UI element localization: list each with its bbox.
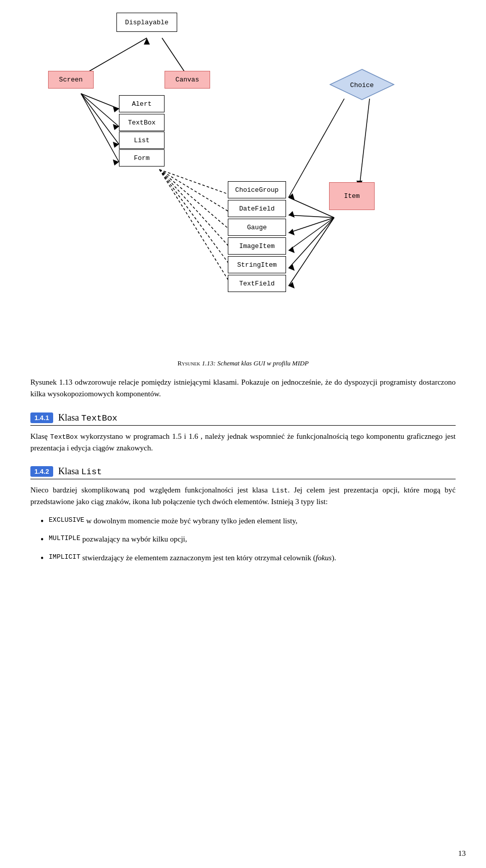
node-textbox: TextBox	[119, 114, 165, 131]
svg-line-23	[289, 218, 334, 251]
svg-line-1	[162, 38, 187, 76]
section-142-para: Nieco bardziej skomplikowaną pod względe…	[30, 484, 456, 508]
node-choicegroup: ChoiceGroup	[228, 181, 286, 198]
svg-line-27	[289, 218, 334, 286]
svg-marker-26	[289, 264, 295, 271]
list-item-exclusive: EXCLUSIVE w dowolnym momencie może być w…	[40, 515, 456, 529]
page-number: 13	[458, 849, 466, 858]
node-stringitem: StringItem	[228, 256, 286, 273]
svg-line-0	[81, 38, 147, 76]
svg-line-17	[289, 197, 334, 218]
section-141-header: 1.4.1 Klasa TextBox	[30, 412, 456, 426]
svg-line-16	[159, 170, 230, 283]
svg-line-25	[289, 218, 334, 268]
section-142-title: Klasa List	[58, 466, 102, 477]
node-canvas: Canvas	[165, 71, 210, 89]
svg-line-13	[159, 170, 230, 230]
list-item-multiple: MULTIPLE pozwalający na wybór kilku opcj…	[40, 533, 456, 547]
svg-line-21	[289, 218, 334, 233]
list-types: EXCLUSIVE w dowolnym momencie może być w…	[40, 515, 456, 566]
svg-marker-2	[144, 38, 150, 45]
node-item: Item	[329, 182, 375, 210]
svg-line-12	[159, 170, 230, 213]
section-142-header: 1.4.2 Klasa List	[30, 466, 456, 479]
svg-marker-24	[289, 246, 295, 253]
svg-marker-8	[113, 124, 119, 130]
node-gauge: Gauge	[228, 219, 286, 236]
svg-line-19	[289, 215, 334, 218]
svg-marker-20	[289, 211, 295, 218]
intro-paragraph: Rysunek 1.13 odwzorowuje relacje pomiędz…	[30, 377, 456, 400]
node-choice: Choice	[329, 68, 395, 101]
svg-line-11	[159, 170, 230, 195]
svg-marker-9	[113, 142, 119, 148]
node-list: List	[119, 132, 165, 149]
section-142-badge: 1.4.2	[30, 466, 53, 477]
node-form: Form	[119, 149, 165, 167]
svg-line-14	[159, 170, 230, 248]
node-datefield: DateField	[228, 200, 286, 217]
svg-marker-10	[113, 159, 119, 166]
svg-marker-22	[289, 229, 295, 235]
svg-line-4	[81, 94, 119, 127]
node-imageitem: ImageItem	[228, 237, 286, 255]
svg-line-6	[81, 94, 119, 162]
section-141-title: Klasa TextBox	[58, 412, 117, 423]
section-141-para: Klasę TextBox wykorzystano w programach …	[30, 431, 456, 454]
diagram: Displayable Screen Canvas Choice Alert T…	[30, 10, 456, 354]
list-item-implicit: IMPLICIT stwierdzający że elementem zazn…	[40, 552, 456, 566]
node-displayable: Displayable	[116, 13, 177, 32]
svg-marker-28	[289, 282, 295, 288]
node-textfield: TextField	[228, 275, 286, 292]
section-141-badge: 1.4.1	[30, 412, 53, 423]
svg-marker-7	[113, 106, 119, 112]
svg-line-5	[81, 94, 119, 144]
svg-line-29	[359, 99, 370, 187]
figure-caption: Rysunek 1.13: Schemat klas GUI w profilu…	[30, 359, 456, 367]
node-alert: Alert	[119, 95, 165, 112]
svg-line-15	[159, 170, 230, 266]
node-screen: Screen	[48, 71, 94, 89]
svg-line-3	[81, 94, 119, 109]
svg-marker-18	[289, 193, 295, 200]
